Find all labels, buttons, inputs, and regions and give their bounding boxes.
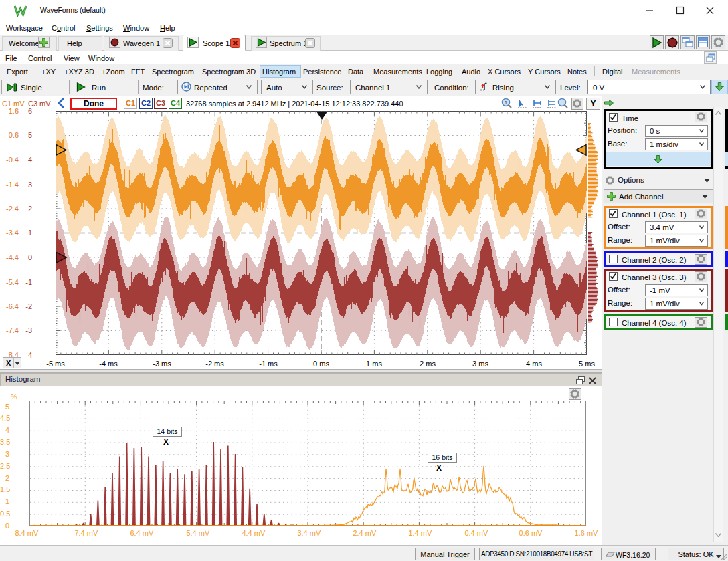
svg-text:1: 1 bbox=[505, 100, 508, 106]
